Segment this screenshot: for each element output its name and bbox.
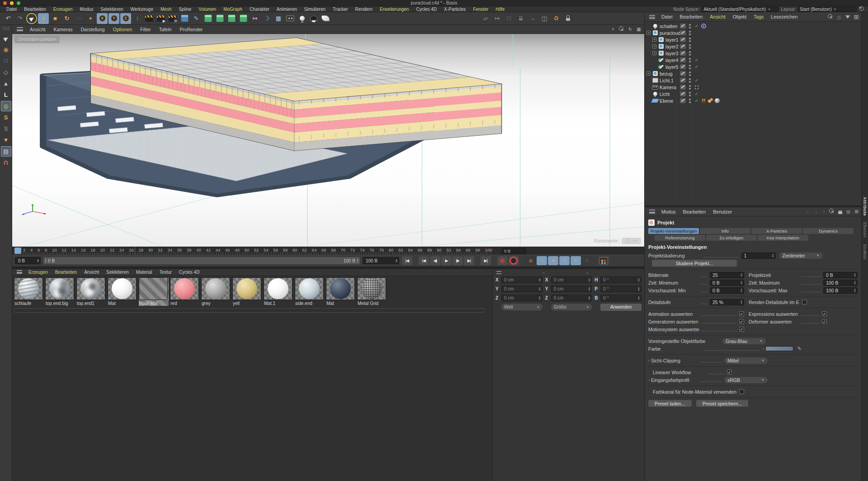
menu-cycles-4d[interactable]: Cycles 4D [412,7,440,12]
viewport-menu-kameras[interactable]: Kameras [49,27,76,32]
menu-rendern[interactable]: Rendern [352,7,376,12]
enabled-check-icon[interactable]: ✓ [694,78,699,83]
search-icon[interactable] [826,13,835,20]
material-thumbnail[interactable] [14,277,43,300]
frame-rate-field[interactable]: 25 [710,272,744,278]
z-axis-lock-icon[interactable]: Z [120,13,131,24]
evaluate-animation-checkbox[interactable] [739,311,744,316]
home-icon[interactable]: ⌂ [835,13,843,20]
material-menu-bearbeiten[interactable]: Bearbeiten [52,270,80,275]
lock-workplane-icon[interactable] [562,13,573,24]
lock-icon[interactable] [836,208,844,215]
range-start-handle[interactable]: ‖ [43,258,48,263]
menu-erweiterungen[interactable]: Erweiterungen [376,7,412,12]
keyframe-selection-icon[interactable]: ◎ [525,256,536,265]
om-menu-datei[interactable]: Datei [658,14,676,19]
side-tab-struktur[interactable]: Struktur [863,244,867,260]
position-y-field[interactable]: 0 cm [501,286,542,292]
input-color-profile-select[interactable]: sRGB▼ [724,377,768,383]
rotation-h-field[interactable]: 0 ° [600,276,642,283]
object-row-ebene[interactable]: Ebene✓ [645,97,861,104]
paint-setup-icon[interactable]: ▼ [1,135,11,145]
viewport-3d[interactable]: Zentralperspektive Rasterweite : 10 cm [12,34,644,247]
viewport-menu-filter[interactable]: Filter [136,27,155,32]
magnet-icon[interactable]: U [1,157,11,168]
am-menu-benutzer[interactable]: Benutzer [709,209,736,214]
tab-zu-erledigen[interactable]: Zu erledigen [706,235,757,241]
layer-edit-icon[interactable] [680,71,686,76]
key-pla-toggle[interactable]: ∷ [582,256,592,265]
search-icon[interactable] [828,208,836,215]
add-light-button[interactable] [297,13,307,24]
coordinates-menu-icon[interactable] [496,271,501,274]
material-menu-material[interactable]: Material [132,270,156,275]
history-back-icon[interactable]: ← [804,208,811,215]
material-red[interactable]: red [170,277,200,306]
object-row-bezug[interactable]: +bezug✓ [645,70,861,77]
viewport-menu-ansicht[interactable]: Ansicht [26,27,49,32]
arrange-icon[interactable]: ∷ [504,13,514,24]
layout-select[interactable]: Start (Benutzer)▼ [798,7,857,12]
material-menu-icon[interactable] [17,270,22,274]
last-tool-icon[interactable]: ⋯ [73,13,84,24]
goto-end-button[interactable]: ▶| [464,256,474,265]
tab-dynamics[interactable]: Dynamics [803,228,854,234]
points-mode-icon[interactable]: ∷ [1,56,11,66]
rotate-tool-icon[interactable]: ↻ [61,13,72,24]
material-thumbnail[interactable] [108,277,137,300]
tag-spheres-icon[interactable] [708,98,713,103]
add-lamp-button[interactable] [308,13,319,24]
coordinate-system-icon[interactable]: ↑ [132,13,143,24]
search-layout-icon[interactable] [859,6,865,12]
key-rotation-toggle[interactable]: ↻ [559,256,570,265]
prev-frame-button[interactable]: ◀| [430,256,440,265]
menu-x-particles[interactable]: X-Particles [440,7,469,12]
ruler-current-frame-box[interactable]: 0 B [502,248,526,254]
size-mode-select[interactable]: Größe▼ [551,304,592,310]
scale-tool-icon[interactable]: ■ [50,13,61,24]
history-forward-icon[interactable]: → [812,208,820,215]
add-spline-pen-button[interactable]: ✎ [191,13,202,24]
texture-mode-icon[interactable]: ◉ [1,44,11,55]
tab-key-interpolation[interactable]: Key-Interpolation [758,235,808,241]
visibility-dots-icon[interactable] [689,71,691,73]
size-z-field[interactable]: 0 cm [551,295,592,301]
material-thumbnail[interactable] [201,277,230,300]
current-frame-spinner[interactable]: 0 B [15,257,41,264]
expander-icon[interactable]: › [648,378,650,382]
material-yell[interactable]: yell [232,277,262,306]
expand-icon[interactable]: + [652,51,656,55]
pan-view-icon[interactable]: + [609,26,617,33]
tab-x-particles[interactable]: X-Particles [751,228,802,234]
material-mat-1[interactable]: Mat.1 [264,277,293,306]
enabled-check-icon[interactable]: ✓ [694,57,699,62]
polygons-mode-icon[interactable]: ▲ [1,78,11,89]
tab-projekt-voreinstellungen[interactable]: Projekt-Voreinstellungen [648,228,699,234]
tag-target-icon[interactable] [701,24,706,29]
am-menu-modus[interactable]: Modus [658,209,679,214]
x-axis-lock-icon[interactable]: X [97,13,108,24]
add-camera-button[interactable] [285,13,296,24]
timeline-window-button[interactable] [599,256,609,265]
menu-spline[interactable]: Spline [175,7,195,12]
project-scale-field[interactable]: 1 [741,252,776,259]
rotation-p-field[interactable]: 0 ° [600,286,642,292]
evaluate-deformers-checkbox[interactable] [822,319,827,324]
menu-bearbeiten[interactable]: Bearbeiten [20,7,49,12]
scale-project-button[interactable]: Skaliere Projekt... [652,260,737,267]
key-position-toggle[interactable]: + [537,256,547,265]
view-clipping-select[interactable]: Mittel▼ [724,357,768,364]
visibility-dots-icon[interactable] [689,38,691,39]
record-position-button[interactable] [497,256,508,265]
snap-settings-icon[interactable]: S [1,112,11,123]
menu-datei[interactable]: Datei [3,7,20,12]
viewport-menu-darstellung[interactable]: Darstellung [76,27,108,32]
add-boole-object-button[interactable] [226,13,237,24]
evaluate-generators-checkbox[interactable] [739,319,744,324]
parent-object-icon[interactable]: ↑ [820,208,828,215]
focus-box-icon[interactable] [695,86,698,89]
undo-icon[interactable]: ↶ [3,13,14,24]
texture-axis-icon[interactable]: ▤ [1,146,11,157]
layer-edit-icon[interactable] [680,64,686,69]
enabled-check-icon[interactable]: ✓ [694,98,699,103]
